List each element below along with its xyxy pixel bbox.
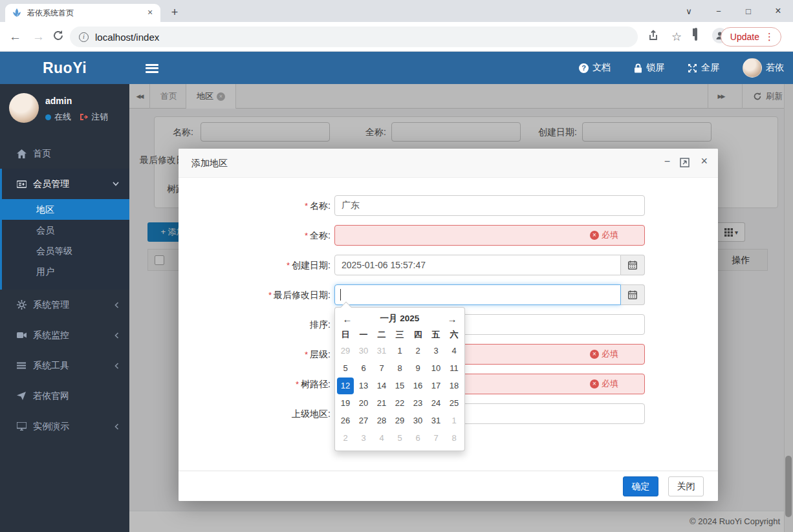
datepicker-day[interactable]: 1 [391, 343, 408, 359]
sidebar-group-members: 会员管理 地区 会员 会员等级 用户 [0, 169, 129, 290]
datepicker-day[interactable]: 4 [446, 343, 462, 359]
sidebar-item-official-site[interactable]: 若依官网 [0, 381, 129, 411]
datepicker-day[interactable]: 23 [409, 395, 426, 412]
lock-screen-nav-item[interactable]: 锁屏 [634, 62, 664, 74]
datepicker-day[interactable]: 8 [391, 360, 408, 377]
error-circle-icon: × [590, 231, 599, 240]
datepicker-day[interactable]: 22 [391, 395, 408, 412]
datepicker-day[interactable]: 29 [391, 412, 408, 429]
datepicker-day[interactable]: 31 [373, 343, 390, 359]
sidebar-item-user[interactable]: 用户 [2, 261, 129, 282]
modal-maximize-icon[interactable] [680, 158, 690, 167]
app-logo[interactable]: RuoYi [0, 52, 129, 84]
side-panel-icon[interactable] [692, 29, 708, 45]
datepicker-day[interactable]: 1 [446, 412, 462, 429]
fullscreen-nav-item[interactable]: 全屏 [688, 62, 719, 74]
datepicker-day[interactable]: 16 [409, 378, 426, 394]
url-text: localhost/index [95, 32, 159, 43]
datepicker-day[interactable]: 4 [373, 430, 390, 447]
datepicker-day[interactable]: 6 [409, 430, 426, 447]
share-icon[interactable] [647, 29, 662, 45]
window-minimize-icon[interactable]: − [704, 0, 733, 22]
datepicker-day[interactable]: 31 [428, 412, 444, 429]
datepicker-weekday: 四 [409, 327, 426, 343]
datepicker-next-icon[interactable]: → [442, 314, 462, 325]
close-button[interactable]: 关闭 [668, 476, 704, 496]
datepicker-day[interactable]: 20 [355, 395, 372, 412]
url-bar[interactable]: i localhost/index [70, 27, 638, 47]
sidebar-item-system-monitor[interactable]: 系统监控 [0, 320, 129, 350]
datepicker-day[interactable]: 14 [373, 378, 390, 394]
datepicker-day[interactable]: 3 [428, 343, 444, 359]
sidebar-item-home[interactable]: 首页 [0, 138, 129, 169]
sidebar-item-system-management[interactable]: 系统管理 [0, 290, 129, 320]
datepicker-month-year[interactable]: 一月 2025 [357, 313, 442, 325]
chrome-update-button[interactable]: Update ⋮ [721, 27, 781, 47]
datepicker-day[interactable]: 30 [409, 412, 426, 429]
browser-tab-title: 若依系统首页 [27, 8, 145, 19]
datepicker-day[interactable]: 25 [446, 395, 462, 412]
error-circle-icon: × [590, 379, 599, 388]
site-info-icon[interactable]: i [79, 32, 89, 42]
calendar-icon[interactable] [621, 284, 645, 305]
confirm-button[interactable]: 确定 [623, 476, 658, 496]
logout-link[interactable]: 注销 [91, 111, 108, 123]
new-tab-button[interactable]: + [167, 5, 182, 21]
name-input[interactable] [334, 195, 645, 216]
browser-tabstrip: 若依系统首页 × + ∨ − □ × [0, 0, 793, 22]
tab-close-icon[interactable]: × [145, 8, 155, 18]
datepicker-day[interactable]: 2 [409, 343, 426, 359]
datepicker-day[interactable]: 6 [355, 360, 372, 377]
kebab-menu-icon[interactable]: ⋮ [765, 31, 774, 43]
datepicker-day[interactable]: 17 [428, 378, 444, 394]
sidebar-item-member-level[interactable]: 会员等级 [2, 240, 129, 261]
datepicker-day[interactable]: 9 [409, 360, 426, 377]
reload-icon[interactable] [52, 29, 67, 45]
sidebar-item-demo[interactable]: 实例演示 [0, 411, 129, 442]
datepicker-prev-icon[interactable]: ← [338, 314, 357, 325]
sidebar-item-system-tools[interactable]: 系统工具 [0, 350, 129, 381]
window-close-icon[interactable]: × [763, 0, 793, 22]
back-icon[interactable]: ← [9, 30, 21, 44]
window-chevron-icon[interactable]: ∨ [674, 0, 704, 22]
datepicker-day[interactable]: 7 [428, 430, 444, 447]
datepicker-day[interactable]: 27 [355, 412, 372, 429]
create-date-input[interactable] [334, 255, 621, 275]
datepicker-day[interactable]: 19 [337, 395, 354, 412]
datepicker-day[interactable]: 29 [337, 343, 354, 359]
datepicker-day[interactable]: 18 [446, 378, 462, 394]
datepicker-day[interactable]: 3 [355, 430, 372, 447]
datepicker-day[interactable]: 21 [373, 395, 390, 412]
datepicker-day[interactable]: 10 [428, 360, 444, 377]
datepicker-day[interactable]: 2 [337, 430, 354, 447]
question-circle-icon: ? [579, 63, 589, 73]
browser-tab[interactable]: 若依系统首页 × [5, 4, 160, 22]
docs-nav-item[interactable]: ? 文档 [579, 62, 611, 74]
modal-minimize-icon[interactable]: − [664, 156, 670, 167]
sidebar-item-member-management[interactable]: 会员管理 [2, 169, 129, 199]
datepicker-day[interactable]: 7 [373, 360, 390, 377]
modal-close-icon[interactable]: × [701, 156, 708, 166]
datepicker-day[interactable]: 30 [355, 343, 372, 359]
datepicker-day[interactable]: 15 [391, 378, 408, 394]
calendar-icon[interactable] [621, 255, 645, 275]
datepicker-day-selected[interactable]: 12 [337, 378, 354, 394]
modal-header: 添加地区 − × [179, 149, 718, 178]
datepicker-day[interactable]: 8 [446, 430, 462, 447]
modify-date-input[interactable] [334, 284, 621, 305]
user-menu[interactable]: 若依 [743, 58, 784, 78]
datepicker-day[interactable]: 28 [373, 412, 390, 429]
datepicker-day[interactable]: 26 [337, 412, 354, 429]
datepicker-day[interactable]: 13 [355, 378, 372, 394]
window-maximize-icon[interactable]: □ [733, 0, 763, 22]
datepicker-day[interactable]: 11 [446, 360, 462, 377]
sidebar-toggle-icon[interactable] [144, 59, 160, 76]
required-error-badge: ×必填 [590, 374, 618, 394]
user-avatar[interactable] [9, 93, 39, 123]
bookmark-star-icon[interactable]: ☆ [669, 29, 684, 45]
datepicker-day[interactable]: 5 [391, 430, 408, 447]
datepicker-day[interactable]: 5 [337, 360, 354, 377]
sidebar-item-member[interactable]: 会员 [2, 220, 129, 240]
sidebar-item-region[interactable]: 地区 [2, 199, 129, 220]
datepicker-day[interactable]: 24 [428, 395, 444, 412]
